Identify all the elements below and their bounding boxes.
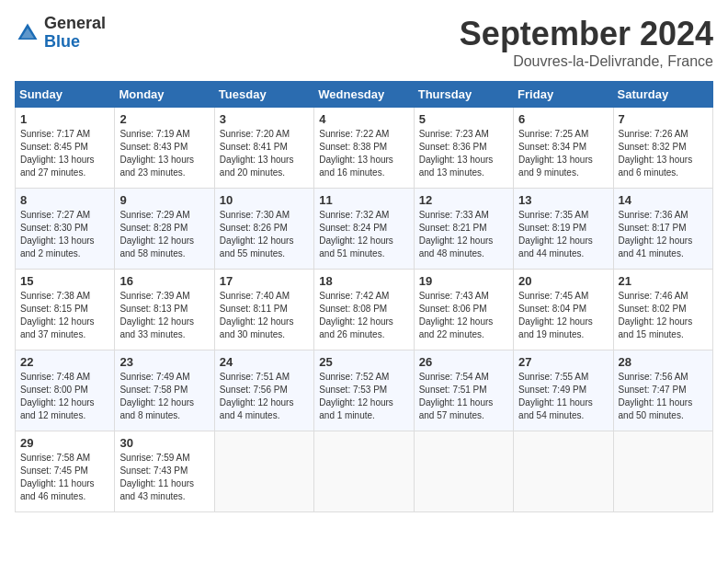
- day-number-4: 4: [319, 112, 408, 126]
- day-number-29: 29: [20, 436, 109, 450]
- day-number-13: 13: [518, 193, 608, 207]
- day-info-25: Sunrise: 7:52 AMSunset: 7:53 PMDaylight:…: [319, 371, 408, 422]
- day-info-11: Sunrise: 7:32 AMSunset: 8:24 PMDaylight:…: [319, 209, 408, 260]
- header-wednesday: Wednesday: [314, 82, 414, 108]
- day-cell-25: 25 Sunrise: 7:52 AMSunset: 7:53 PMDaylig…: [314, 350, 414, 431]
- calendar-table: Sunday Monday Tuesday Wednesday Thursday…: [15, 81, 713, 512]
- week-row-1: 1 Sunrise: 7:17 AMSunset: 8:45 PMDayligh…: [16, 108, 713, 189]
- day-cell-1: 1 Sunrise: 7:17 AMSunset: 8:45 PMDayligh…: [16, 108, 115, 189]
- day-cell-9: 9 Sunrise: 7:29 AMSunset: 8:28 PMDayligh…: [115, 189, 214, 270]
- day-number-28: 28: [619, 355, 708, 369]
- empty-cell-4: [514, 431, 613, 512]
- day-info-9: Sunrise: 7:29 AMSunset: 8:28 PMDaylight:…: [119, 209, 209, 260]
- day-info-16: Sunrise: 7:39 AMSunset: 8:13 PMDaylight:…: [119, 290, 209, 341]
- day-info-27: Sunrise: 7:55 AMSunset: 7:49 PMDaylight:…: [518, 371, 608, 422]
- header-tuesday: Tuesday: [214, 82, 313, 108]
- day-number-7: 7: [619, 112, 708, 126]
- day-number-25: 25: [319, 355, 408, 369]
- day-info-18: Sunrise: 7:42 AMSunset: 8:08 PMDaylight:…: [319, 290, 408, 341]
- day-cell-13: 13 Sunrise: 7:35 AMSunset: 8:19 PMDaylig…: [514, 189, 613, 270]
- day-cell-30: 30 Sunrise: 7:59 AMSunset: 7:43 PMDaylig…: [115, 431, 214, 512]
- day-info-12: Sunrise: 7:33 AMSunset: 8:21 PMDaylight:…: [419, 209, 508, 260]
- day-number-22: 22: [20, 355, 109, 369]
- day-number-3: 3: [220, 112, 309, 126]
- day-cell-15: 15 Sunrise: 7:38 AMSunset: 8:15 PMDaylig…: [16, 270, 115, 350]
- header-sunday: Sunday: [16, 82, 115, 108]
- day-info-1: Sunrise: 7:17 AMSunset: 8:45 PMDaylight:…: [20, 128, 109, 179]
- day-cell-10: 10 Sunrise: 7:30 AMSunset: 8:26 PMDaylig…: [214, 189, 313, 270]
- weekday-header-row: Sunday Monday Tuesday Wednesday Thursday…: [16, 82, 713, 108]
- empty-cell-5: [613, 431, 712, 512]
- day-cell-22: 22 Sunrise: 7:48 AMSunset: 8:00 PMDaylig…: [16, 350, 115, 431]
- day-cell-11: 11 Sunrise: 7:32 AMSunset: 8:24 PMDaylig…: [314, 189, 414, 270]
- day-cell-3: 3 Sunrise: 7:20 AMSunset: 8:41 PMDayligh…: [214, 108, 313, 189]
- day-info-10: Sunrise: 7:30 AMSunset: 8:26 PMDaylight:…: [220, 209, 309, 260]
- week-row-3: 15 Sunrise: 7:38 AMSunset: 8:15 PMDaylig…: [16, 270, 713, 350]
- day-number-18: 18: [319, 274, 408, 288]
- day-info-6: Sunrise: 7:25 AMSunset: 8:34 PMDaylight:…: [518, 128, 608, 179]
- day-cell-17: 17 Sunrise: 7:40 AMSunset: 8:11 PMDaylig…: [214, 270, 313, 350]
- day-info-24: Sunrise: 7:51 AMSunset: 7:56 PMDaylight:…: [220, 371, 309, 422]
- logo-icon: [15, 20, 40, 46]
- day-info-28: Sunrise: 7:56 AMSunset: 7:47 PMDaylight:…: [619, 371, 708, 422]
- day-cell-2: 2 Sunrise: 7:19 AMSunset: 8:43 PMDayligh…: [115, 108, 214, 189]
- day-number-30: 30: [119, 436, 209, 450]
- day-info-22: Sunrise: 7:48 AMSunset: 8:00 PMDaylight:…: [20, 371, 109, 422]
- header-saturday: Saturday: [613, 82, 712, 108]
- day-cell-27: 27 Sunrise: 7:55 AMSunset: 7:49 PMDaylig…: [514, 350, 613, 431]
- day-number-8: 8: [20, 193, 109, 207]
- day-cell-24: 24 Sunrise: 7:51 AMSunset: 7:56 PMDaylig…: [214, 350, 313, 431]
- day-info-14: Sunrise: 7:36 AMSunset: 8:17 PMDaylight:…: [619, 209, 708, 260]
- empty-cell-2: [314, 431, 414, 512]
- day-number-5: 5: [419, 112, 508, 126]
- day-cell-8: 8 Sunrise: 7:27 AMSunset: 8:30 PMDayligh…: [16, 189, 115, 270]
- day-number-21: 21: [619, 274, 708, 288]
- day-cell-21: 21 Sunrise: 7:46 AMSunset: 8:02 PMDaylig…: [613, 270, 712, 350]
- month-title: September 2024: [460, 15, 713, 53]
- day-number-15: 15: [20, 274, 109, 288]
- day-number-10: 10: [220, 193, 309, 207]
- day-number-23: 23: [119, 355, 209, 369]
- page-header: General Blue September 2024 Douvres-la-D…: [15, 15, 713, 70]
- empty-cell-1: [214, 431, 313, 512]
- day-number-1: 1: [20, 112, 109, 126]
- logo-text: General Blue: [44, 15, 106, 52]
- day-info-17: Sunrise: 7:40 AMSunset: 8:11 PMDaylight:…: [220, 290, 309, 341]
- day-cell-14: 14 Sunrise: 7:36 AMSunset: 8:17 PMDaylig…: [613, 189, 712, 270]
- logo-blue-text: Blue: [44, 33, 106, 52]
- day-info-3: Sunrise: 7:20 AMSunset: 8:41 PMDaylight:…: [220, 128, 309, 179]
- day-number-9: 9: [119, 193, 209, 207]
- day-cell-4: 4 Sunrise: 7:22 AMSunset: 8:38 PMDayligh…: [314, 108, 414, 189]
- day-number-24: 24: [220, 355, 309, 369]
- day-cell-19: 19 Sunrise: 7:43 AMSunset: 8:06 PMDaylig…: [414, 270, 513, 350]
- day-number-6: 6: [518, 112, 608, 126]
- day-info-23: Sunrise: 7:49 AMSunset: 7:58 PMDaylight:…: [119, 371, 209, 422]
- day-cell-20: 20 Sunrise: 7:45 AMSunset: 8:04 PMDaylig…: [514, 270, 613, 350]
- day-info-13: Sunrise: 7:35 AMSunset: 8:19 PMDaylight:…: [518, 209, 608, 260]
- day-info-20: Sunrise: 7:45 AMSunset: 8:04 PMDaylight:…: [518, 290, 608, 341]
- day-cell-5: 5 Sunrise: 7:23 AMSunset: 8:36 PMDayligh…: [414, 108, 513, 189]
- day-number-2: 2: [119, 112, 209, 126]
- day-cell-12: 12 Sunrise: 7:33 AMSunset: 8:21 PMDaylig…: [414, 189, 513, 270]
- day-number-16: 16: [119, 274, 209, 288]
- day-number-14: 14: [619, 193, 708, 207]
- day-info-7: Sunrise: 7:26 AMSunset: 8:32 PMDaylight:…: [619, 128, 708, 179]
- week-row-2: 8 Sunrise: 7:27 AMSunset: 8:30 PMDayligh…: [16, 189, 713, 270]
- week-row-5: 29 Sunrise: 7:58 AMSunset: 7:45 PMDaylig…: [16, 431, 713, 512]
- day-info-21: Sunrise: 7:46 AMSunset: 8:02 PMDaylight:…: [619, 290, 708, 341]
- day-cell-7: 7 Sunrise: 7:26 AMSunset: 8:32 PMDayligh…: [613, 108, 712, 189]
- day-info-5: Sunrise: 7:23 AMSunset: 8:36 PMDaylight:…: [419, 128, 508, 179]
- day-info-26: Sunrise: 7:54 AMSunset: 7:51 PMDaylight:…: [419, 371, 508, 422]
- day-cell-16: 16 Sunrise: 7:39 AMSunset: 8:13 PMDaylig…: [115, 270, 214, 350]
- day-number-17: 17: [220, 274, 309, 288]
- day-cell-18: 18 Sunrise: 7:42 AMSunset: 8:08 PMDaylig…: [314, 270, 414, 350]
- day-number-20: 20: [518, 274, 608, 288]
- week-row-4: 22 Sunrise: 7:48 AMSunset: 8:00 PMDaylig…: [16, 350, 713, 431]
- day-info-30: Sunrise: 7:59 AMSunset: 7:43 PMDaylight:…: [119, 452, 209, 503]
- day-cell-26: 26 Sunrise: 7:54 AMSunset: 7:51 PMDaylig…: [414, 350, 513, 431]
- day-number-11: 11: [319, 193, 408, 207]
- day-cell-23: 23 Sunrise: 7:49 AMSunset: 7:58 PMDaylig…: [115, 350, 214, 431]
- empty-cell-3: [414, 431, 513, 512]
- logo-general-text: General: [44, 15, 106, 33]
- day-number-19: 19: [419, 274, 508, 288]
